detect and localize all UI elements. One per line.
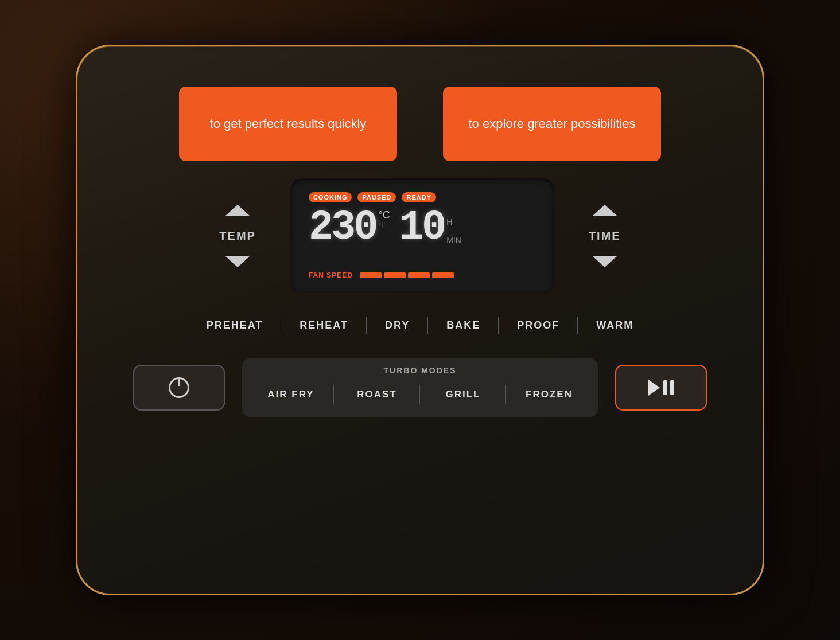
mode-preheat-button[interactable]: PREHEAT bbox=[188, 310, 282, 341]
lcd-status-row: COOKING PAUSED READY bbox=[309, 192, 536, 202]
turbo-label: TURBO MODES bbox=[248, 366, 592, 375]
time-control-group: TIME bbox=[589, 202, 621, 270]
fan-bar-2 bbox=[384, 272, 406, 278]
celsius-unit: °C bbox=[379, 209, 390, 221]
lcd-temp-unit: °C °F bbox=[379, 209, 390, 229]
pause-bar-1 bbox=[663, 380, 667, 395]
info-card-left-text: to get perfect results quickly bbox=[210, 115, 367, 133]
turbo-panel: TURBO MODES AIR FRY ROAST GRILL FROZEN bbox=[242, 358, 598, 417]
mode-warm-button[interactable]: WARM bbox=[578, 310, 652, 341]
fan-speed-label: FAN SPEED bbox=[309, 271, 353, 279]
fan-bar-1 bbox=[360, 272, 382, 278]
play-icon bbox=[648, 380, 660, 396]
top-cards: to get perfect results quickly to explor… bbox=[123, 87, 717, 161]
info-card-right[interactable]: to explore greater possibilities bbox=[443, 87, 661, 161]
mode-proof-button[interactable]: PROOF bbox=[499, 310, 578, 341]
lcd-numbers-row: 230 °C °F 10 H MIN bbox=[309, 207, 536, 267]
mode-buttons-row: PREHEAT REHEAT DRY BAKE PROOF WARM bbox=[123, 310, 717, 341]
play-pause-button[interactable] bbox=[615, 365, 707, 411]
turbo-airfry-button[interactable]: AIR FRY bbox=[248, 381, 334, 408]
status-badge-paused: PAUSED bbox=[357, 192, 396, 202]
pause-bar-2 bbox=[670, 380, 674, 395]
fahrenheit-unit: °F bbox=[379, 221, 390, 229]
pause-icon bbox=[663, 380, 674, 395]
turbo-roast-button[interactable]: ROAST bbox=[334, 381, 420, 408]
lcd-temp-group: 230 °C °F bbox=[309, 207, 390, 248]
temp-control-group: TEMP bbox=[219, 202, 256, 270]
power-button[interactable] bbox=[133, 365, 225, 411]
lcd-temperature: 230 bbox=[309, 207, 376, 248]
status-badge-ready: READY bbox=[402, 192, 436, 202]
mode-reheat-button[interactable]: REHEAT bbox=[281, 310, 367, 341]
bottom-row: TURBO MODES AIR FRY ROAST GRILL FROZEN bbox=[123, 358, 717, 417]
display-section: TEMP COOKING PAUSED READY 230 °C °F bbox=[123, 178, 717, 293]
lcd-time-units: H MIN bbox=[446, 217, 461, 245]
status-badge-cooking: COOKING bbox=[309, 192, 352, 202]
temp-label: TEMP bbox=[219, 229, 256, 243]
lcd-time: 10 bbox=[399, 207, 444, 248]
time-up-button[interactable] bbox=[590, 202, 619, 219]
turbo-frozen-button[interactable]: FROZEN bbox=[506, 381, 592, 408]
mode-dry-button[interactable]: DRY bbox=[367, 310, 428, 341]
fan-bar-3 bbox=[408, 272, 430, 278]
power-icon bbox=[169, 377, 189, 398]
lcd-display: COOKING PAUSED READY 230 °C °F 10 H bbox=[290, 178, 554, 293]
time-label: TIME bbox=[589, 229, 621, 243]
time-down-button[interactable] bbox=[590, 253, 619, 270]
device-panel: to get perfect results quickly to explor… bbox=[76, 45, 764, 595]
temp-up-button[interactable] bbox=[223, 202, 252, 219]
turbo-buttons: AIR FRY ROAST GRILL FROZEN bbox=[248, 381, 592, 408]
lcd-fan-row: FAN SPEED bbox=[309, 271, 536, 279]
lcd-time-group: 10 H MIN bbox=[399, 207, 461, 248]
turbo-grill-button[interactable]: GRILL bbox=[420, 381, 506, 408]
min-unit: MIN bbox=[446, 236, 461, 245]
temp-down-button[interactable] bbox=[223, 253, 252, 270]
fan-bars bbox=[360, 272, 454, 278]
info-card-right-text: to explore greater possibilities bbox=[468, 115, 635, 133]
info-card-left[interactable]: to get perfect results quickly bbox=[179, 87, 397, 161]
fan-bar-4 bbox=[432, 272, 454, 278]
hour-unit: H bbox=[446, 217, 461, 227]
mode-bake-button[interactable]: BAKE bbox=[428, 310, 499, 341]
